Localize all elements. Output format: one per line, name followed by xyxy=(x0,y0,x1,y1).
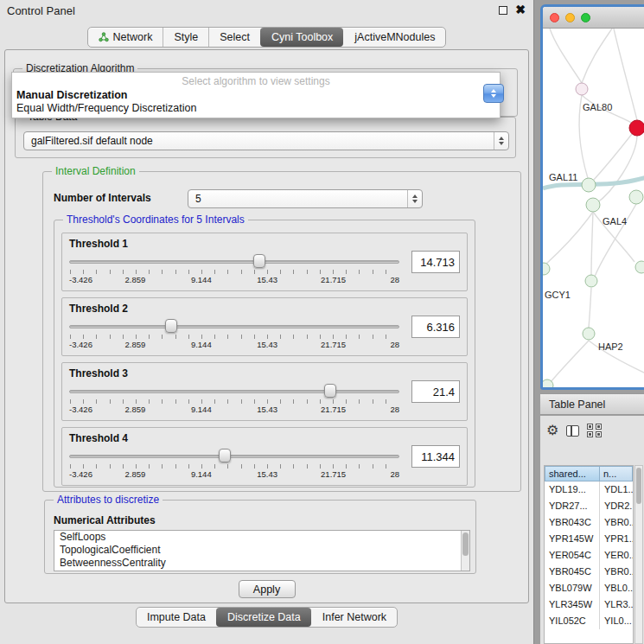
network-node-labels: GAL80 GAL11 GAL4 GCY1 HAP2 xyxy=(545,102,627,352)
list-item-topologicalcoefficient[interactable]: TopologicalCoefficient xyxy=(54,544,469,557)
threshold-label: Threshold 3 xyxy=(69,367,128,379)
tick-label: 9.144 xyxy=(191,340,212,349)
network-node[interactable] xyxy=(629,190,643,204)
network-node[interactable] xyxy=(635,261,644,273)
tab-style[interactable]: Style xyxy=(163,28,208,47)
table-row[interactable]: YBR045C YBR0... xyxy=(545,564,633,580)
network-node[interactable] xyxy=(586,198,600,212)
table-cell[interactable]: YIL052C xyxy=(545,613,600,629)
table-row[interactable]: YDR27... YDR2... xyxy=(545,498,633,514)
threshold-3-value[interactable] xyxy=(411,380,460,403)
table-row[interactable]: YLR345W YLR3... xyxy=(545,596,633,613)
group-title: Interval Definition xyxy=(52,165,139,177)
table-cell[interactable]: YIL0... xyxy=(600,613,633,629)
table-row[interactable]: YBR043C YBR0... xyxy=(545,514,633,531)
network-canvas[interactable]: GAL80 GAL11 GAL4 GCY1 HAP2 xyxy=(543,29,644,387)
node-table: shared... n... YDL19... YDL1... YDR27...… xyxy=(544,465,634,644)
slider-track[interactable] xyxy=(69,390,399,393)
table-cell[interactable]: YBL079W xyxy=(545,580,600,596)
threshold-3-slider[interactable]: -3.426 2.859 9.144 15.43 21.715 28 xyxy=(69,382,399,418)
column-header-name[interactable]: n... xyxy=(600,466,633,481)
list-scrollbar[interactable] xyxy=(461,531,469,571)
number-of-intervals-spinner[interactable]: 5 xyxy=(188,189,423,208)
table-cell[interactable]: YDL19... xyxy=(545,481,600,498)
network-node[interactable] xyxy=(583,328,595,340)
dropdown-item-equal-width-frequency[interactable]: Equal Width/Frequency Discretization xyxy=(12,101,500,114)
table-cell[interactable]: YBR0... xyxy=(600,514,633,531)
slider-ticks xyxy=(70,399,399,404)
threshold-4-value[interactable] xyxy=(411,445,460,468)
threshold-2-slider[interactable]: -3.426 2.859 9.144 15.43 21.715 28 xyxy=(69,317,399,354)
table-cell[interactable]: YPR1... xyxy=(600,531,633,547)
table-cell[interactable]: YER0... xyxy=(600,547,633,564)
close-panel-icon[interactable]: ✖ xyxy=(515,3,526,16)
apply-button[interactable]: Apply xyxy=(239,580,296,598)
slider-track[interactable] xyxy=(69,325,399,328)
table-cell[interactable]: YER054C xyxy=(545,547,600,564)
network-node[interactable] xyxy=(582,178,596,192)
list-item-betweennesscentrality[interactable]: BetweennessCentrality xyxy=(54,557,469,570)
table-cell[interactable]: YLR3... xyxy=(600,596,633,613)
threshold-2-value[interactable] xyxy=(411,316,460,338)
slider-thumb[interactable] xyxy=(165,319,177,333)
column-header-shared-name[interactable]: shared... xyxy=(545,466,600,481)
network-window-titlebar[interactable] xyxy=(543,7,644,29)
network-node[interactable] xyxy=(576,83,588,95)
table-row[interactable]: YIL052C YIL0... xyxy=(545,613,633,629)
slider-track[interactable] xyxy=(69,260,399,264)
threshold-1-slider[interactable]: -3.426 2.859 9.144 15.43 21.715 28 xyxy=(69,252,399,289)
slider-thumb[interactable] xyxy=(219,449,231,462)
table-cell[interactable]: YBR0... xyxy=(600,564,633,580)
tab-discretize-data[interactable]: Discretize Data xyxy=(216,608,311,627)
threshold-4-slider[interactable]: -3.426 2.859 9.144 15.43 21.715 28 xyxy=(69,447,399,483)
scrollbar-thumb[interactable] xyxy=(636,468,641,504)
tab-infer-network[interactable]: Infer Network xyxy=(311,608,397,627)
table-cell[interactable]: YLR345W xyxy=(545,596,600,613)
network-node[interactable] xyxy=(585,275,597,287)
table-row[interactable]: YDL19... YDL1... xyxy=(545,481,633,498)
table-cell[interactable]: YDL1... xyxy=(600,481,633,498)
close-window-icon[interactable] xyxy=(550,13,559,22)
node-label: GAL80 xyxy=(583,102,612,112)
table-cell[interactable]: YDR27... xyxy=(545,498,600,514)
column-visibility-icon[interactable] xyxy=(566,425,579,437)
tab-label: Select xyxy=(220,31,250,43)
numerical-attributes-label: Numerical Attributes xyxy=(54,514,156,526)
threshold-label: Threshold 2 xyxy=(69,303,128,315)
table-data-group: Table Data galFiltered.sif default node xyxy=(15,117,516,158)
table-cell[interactable]: YBL0... xyxy=(600,580,633,596)
table-data-combobox[interactable]: galFiltered.sif default node xyxy=(23,131,509,150)
threshold-1-block: Threshold 1 -3.426 2.859 9.144 15.43 21.… xyxy=(61,233,468,291)
float-panel-icon[interactable] xyxy=(499,6,507,15)
list-item-selfloops[interactable]: SelfLoops xyxy=(54,531,469,544)
select-columns-checkboxes-icon[interactable] xyxy=(587,424,603,437)
threshold-1-value[interactable] xyxy=(411,251,460,273)
table-cell[interactable]: YBR043C xyxy=(545,514,600,531)
slider-ticks xyxy=(70,464,399,469)
table-cell[interactable]: YPR145W xyxy=(545,531,600,547)
dropdown-item-manual-discretization[interactable]: Manual Discretization xyxy=(12,87,500,101)
scrollbar-thumb[interactable] xyxy=(462,532,469,556)
network-node-red[interactable] xyxy=(629,120,644,136)
algorithm-combobox-button[interactable] xyxy=(483,84,504,103)
table-row[interactable]: YBL079W YBL0... xyxy=(545,580,633,596)
tab-select[interactable]: Select xyxy=(208,28,260,47)
table-cell[interactable]: YDR2... xyxy=(600,498,633,514)
tick-label: 2.859 xyxy=(125,275,146,284)
table-row[interactable]: YER054C YER0... xyxy=(545,547,633,564)
tab-jactivemnodules[interactable]: jActiveMNodules xyxy=(343,28,445,47)
zoom-window-icon[interactable] xyxy=(581,13,590,22)
tab-cyni-toolbox[interactable]: Cyni Toolbox xyxy=(260,28,343,47)
slider-thumb[interactable] xyxy=(253,254,265,268)
network-node[interactable] xyxy=(543,263,550,275)
settings-gear-icon[interactable]: ⚙ xyxy=(546,424,558,437)
tick-label: 2.859 xyxy=(125,405,146,414)
minimize-window-icon[interactable] xyxy=(565,13,575,22)
tab-network[interactable]: Network xyxy=(88,28,163,47)
table-cell[interactable]: YBR045C xyxy=(545,564,600,580)
table-row[interactable]: YPR145W YPR1... xyxy=(545,531,633,547)
slider-thumb[interactable] xyxy=(324,384,336,398)
table-scrollbar[interactable] xyxy=(634,465,643,644)
tab-impute-data[interactable]: Impute Data xyxy=(137,608,216,627)
slider-track[interactable] xyxy=(69,455,399,458)
